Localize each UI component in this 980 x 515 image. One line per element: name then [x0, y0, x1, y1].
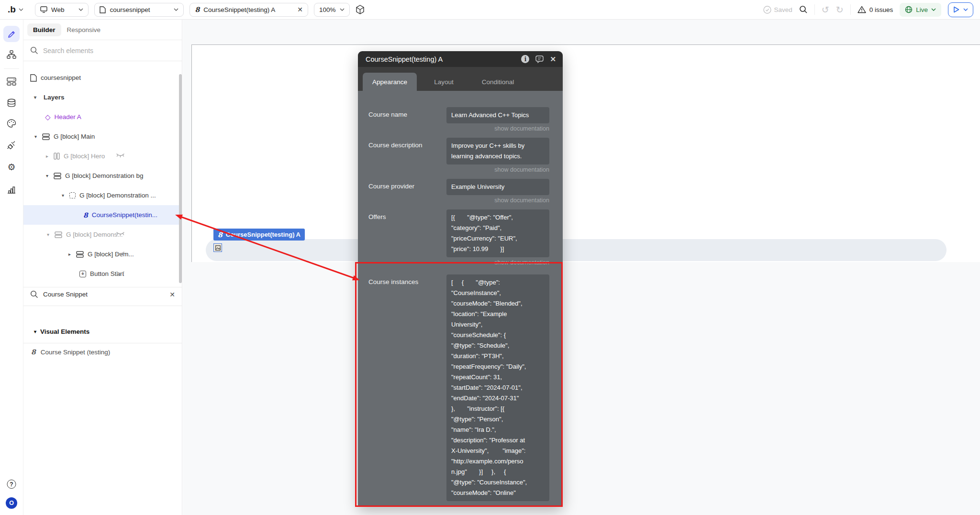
tree-item-main[interactable]: ▾ G [block] Main — [23, 127, 182, 146]
cube-icon[interactable] — [356, 5, 365, 14]
chevron-down-icon — [340, 8, 345, 11]
close-icon[interactable]: ✕ — [550, 55, 556, 64]
eye-closed-icon[interactable] — [116, 271, 124, 276]
course-provider-input[interactable]: Example University — [446, 179, 549, 195]
field-label: Offers — [368, 209, 446, 257]
expand-triangle-icon[interactable]: ▸ — [46, 153, 52, 159]
course-description-input[interactable]: Improve your C++ skills by learning adva… — [446, 138, 549, 164]
workspace-label: Web — [51, 6, 65, 13]
show-documentation-link[interactable]: show documentation — [446, 197, 549, 204]
field-course-name: Course name Learn Advanced C++ Topics sh… — [368, 107, 549, 138]
show-documentation-link[interactable]: show documentation — [446, 166, 549, 173]
components-icon — [7, 77, 16, 86]
redo-button[interactable]: ↻ — [836, 5, 844, 14]
search-elements-input[interactable] — [43, 47, 175, 55]
search-icon[interactable] — [799, 5, 808, 14]
columns-icon — [54, 153, 60, 160]
search-icon — [30, 290, 38, 298]
file-icon — [100, 6, 106, 13]
canvas-area: 8 CourseSnippet(testing) A — [183, 20, 980, 515]
models-button[interactable] — [7, 77, 16, 86]
collapse-triangle-icon: ▾ — [34, 329, 36, 334]
design-button[interactable] — [7, 119, 16, 128]
component-result-item[interactable]: 8 Course Snippet (testing) — [23, 342, 182, 362]
show-documentation-link[interactable]: show documentation — [446, 125, 549, 132]
collapse-triangle-icon[interactable]: ▾ — [47, 232, 53, 237]
component-search-value[interactable]: Course Snippet — [43, 291, 88, 298]
zoom-selector[interactable]: 100% — [314, 3, 350, 17]
tab-responsive[interactable]: Responsive — [61, 23, 107, 36]
tab-layout[interactable]: Layout — [417, 73, 471, 91]
left-icon-strip: ⚙ ? O — [0, 20, 23, 515]
collapse-triangle-icon[interactable]: ▾ — [34, 134, 40, 139]
undo-button[interactable]: ↺ — [822, 5, 829, 14]
tree-item-demonstration[interactable]: ▾ G [block] Demonstration ... — [23, 186, 182, 205]
info-icon[interactable]: i — [521, 55, 529, 63]
visual-elements-section[interactable]: ▾ Visual Elements — [23, 321, 182, 342]
tree-item-button-start[interactable]: + Button Start — [23, 264, 182, 284]
tree-item-hero[interactable]: ▸ G [block] Hero — [23, 146, 182, 166]
preview-button[interactable] — [948, 2, 973, 17]
clear-search-icon[interactable]: ✕ — [169, 291, 175, 298]
user-avatar[interactable]: O — [6, 497, 17, 509]
tree-item-layers[interactable]: ▾ Layers — [23, 88, 182, 107]
collapse-triangle-icon[interactable]: ▾ — [62, 193, 67, 198]
block-stack-icon — [55, 231, 62, 238]
collapse-triangle-icon[interactable]: ▾ — [46, 173, 52, 178]
tree-item-demons[interactable]: ▾ G [block] Demons... — [23, 225, 182, 244]
help-button[interactable]: ? — [7, 480, 16, 489]
settings-button[interactable]: ⚙ — [7, 162, 15, 172]
component-tab-label: CourseSnippet(testing) A — [203, 6, 275, 13]
course-instances-input[interactable]: [ { "@type": "CourseInstance", "courseMo… — [446, 274, 549, 501]
top-toolbar: .b Web coursesnippet 8 CourseSnippet(tes… — [0, 0, 980, 20]
eye-closed-icon[interactable] — [116, 251, 124, 256]
issues-indicator[interactable]: 0 issues — [858, 6, 893, 13]
field-label: Course instances — [368, 274, 446, 501]
tab-appearance[interactable]: Appearance — [363, 73, 417, 91]
workspace-selector[interactable]: Web — [35, 3, 89, 17]
chevron-down-icon — [174, 8, 178, 11]
inspector-header[interactable]: CourseSnippet(testing) A i ✕ — [358, 51, 563, 67]
insights-button[interactable] — [7, 186, 16, 194]
tree-item-coursesnippet-selected[interactable]: 8 CourseSnippet(testin... — [23, 205, 182, 225]
data-button[interactable] — [7, 99, 16, 108]
expand-triangle-icon[interactable]: ▸ — [68, 252, 74, 257]
gear-icon: ⚙ — [7, 162, 15, 172]
show-documentation-link[interactable]: show documentation — [446, 259, 549, 266]
page-frame — [191, 44, 980, 262]
structure-button[interactable] — [7, 50, 16, 59]
chevron-down-icon — [78, 8, 83, 11]
offers-input[interactable]: [{ "@type": "Offer", "category": "Paid",… — [446, 209, 549, 257]
edit-mode-button[interactable] — [3, 26, 20, 42]
field-label: Course provider — [368, 179, 446, 195]
eye-closed-icon[interactable] — [116, 231, 124, 237]
symbol-diamond-icon: ◇ — [45, 113, 51, 121]
environment-selector[interactable]: Live — [900, 3, 941, 17]
question-icon: ? — [7, 480, 16, 489]
page-selector[interactable]: coursesnippet — [94, 3, 184, 17]
globe-icon — [905, 6, 913, 13]
zoom-level: 100% — [319, 6, 336, 13]
tab-conditional[interactable]: Conditional — [471, 73, 525, 91]
tree-item-dem[interactable]: ▸ G [block] Dem... — [23, 244, 182, 264]
close-tab-icon[interactable]: ✕ — [297, 6, 303, 13]
integrations-button[interactable] — [7, 140, 16, 149]
selected-element-region[interactable] — [206, 239, 947, 261]
tree-item-header-a[interactable]: ◇ Header A — [23, 107, 182, 127]
comment-icon[interactable] — [535, 55, 544, 63]
tree-scrollbar[interactable] — [179, 74, 182, 283]
plug-icon — [7, 140, 16, 149]
monitor-icon — [40, 6, 47, 13]
tab-builder[interactable]: Builder — [27, 23, 61, 36]
snippet-icon: 8 — [83, 212, 88, 219]
broken-image-icon — [213, 243, 222, 252]
selected-element-badge[interactable]: 8 CourseSnippet(testing) A — [213, 229, 305, 241]
app-logo-menu[interactable]: .b — [8, 4, 23, 15]
collapse-triangle-icon[interactable]: ▾ — [34, 95, 40, 100]
tree-item-demonstration-bg[interactable]: ▾ G [block] Demonstration bg — [23, 166, 182, 186]
eye-closed-icon[interactable] — [116, 153, 124, 158]
open-component-tab[interactable]: 8 CourseSnippet(testing) A ✕ — [189, 3, 308, 17]
field-course-description: Course description Improve your C++ skil… — [368, 138, 549, 179]
course-name-input[interactable]: Learn Advanced C++ Topics — [446, 107, 549, 123]
tree-item-page[interactable]: coursesnippet — [23, 68, 182, 88]
